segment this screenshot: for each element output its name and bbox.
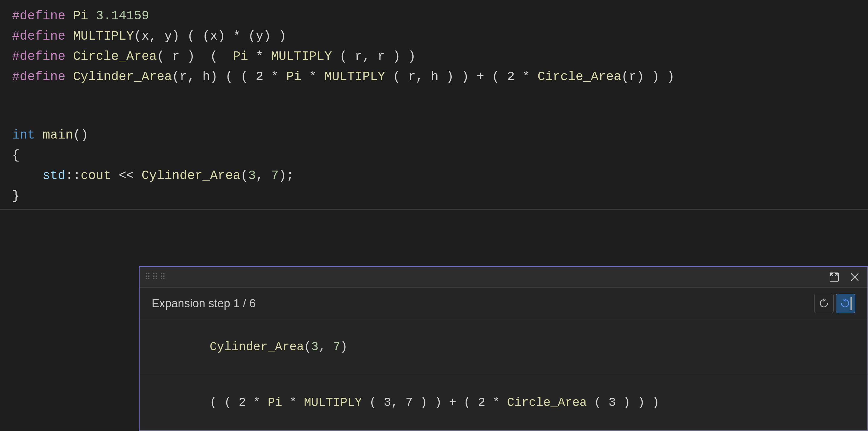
svg-line-1 [831, 274, 833, 276]
code-editor: #define Pi 3.14159 #define MULTIPLY(x, y… [0, 0, 868, 431]
arg-3: 3 [248, 166, 256, 185]
std-namespace: std [42, 166, 66, 185]
code-line-cout: std::cout << Cylinder_Area(3, 7); [0, 166, 868, 186]
code-line-close-brace: } [0, 186, 868, 206]
code-line-open-brace: { [0, 145, 868, 166]
svg-line-2 [835, 274, 838, 276]
code-line-3: #define Circle_Area( r ) ( Pi * MULTIPLY… [0, 47, 868, 67]
expansion-popup: ⠿⠿⠿ [139, 266, 868, 431]
cout-function: cout [81, 166, 111, 185]
expanded-expression-section: ( ( 2 * Pi * MULTIPLY ( 3, 7 ) ) + ( 2 *… [140, 375, 867, 430]
main-function-name: main [42, 126, 73, 145]
preprocessor-hash: #define [12, 7, 73, 26]
arg-7: 7 [271, 166, 279, 185]
empty-line-2 [0, 106, 868, 125]
keyword-int: int [12, 126, 35, 145]
cursor-blink [850, 297, 852, 310]
expansion-step-label: Expansion step 1 / 6 [152, 297, 256, 310]
cylinder-area-call: Cylinder_Area [142, 166, 241, 185]
code-line-2: #define MULTIPLY(x, y) ( (x) * (y) ) [0, 26, 868, 47]
code-line-4: #define Cylinder_Area(r, h) ( ( 2 * Pi *… [0, 67, 868, 87]
popup-close-button[interactable] [847, 269, 863, 285]
editor-separator [0, 209, 868, 210]
popup-titlebar: ⠿⠿⠿ [140, 267, 867, 288]
original-expression: Cylinder_Area(3, 7) [152, 340, 347, 368]
pi-value: 3.14159 [96, 7, 149, 26]
popup-controls [826, 269, 863, 285]
original-expression-section: Cylinder_Area(3, 7) [140, 319, 867, 375]
nav-back-button[interactable] [814, 294, 834, 313]
drag-handle-icon: ⠿⠿⠿ [145, 272, 167, 282]
popup-header: Expansion step 1 / 6 [140, 288, 867, 319]
code-line-main: int main() [0, 125, 868, 145]
expanded-expression: ( ( 2 * Pi * MULTIPLY ( 3, 7 ) ) + ( 2 *… [152, 396, 659, 423]
nav-controls [814, 294, 855, 313]
empty-line-1 [0, 87, 868, 106]
code-line-1: #define Pi 3.14159 [0, 6, 868, 26]
macro-pi-name: Pi [73, 7, 88, 26]
nav-forward-button[interactable] [836, 294, 855, 313]
popup-expand-button[interactable] [826, 269, 842, 285]
